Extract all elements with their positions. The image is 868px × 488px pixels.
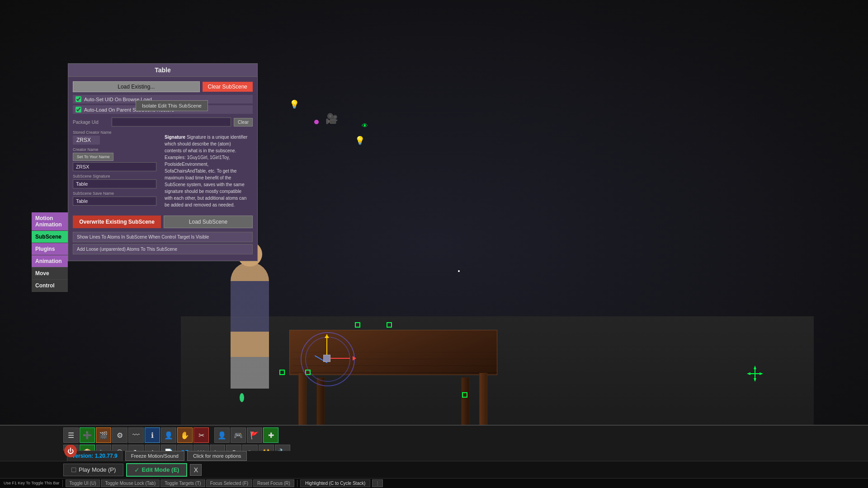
sidebar-item-animation[interactable]: Animation bbox=[32, 255, 68, 267]
eye-icon: 👁 bbox=[362, 122, 368, 129]
toolbar-icon-wave[interactable]: 〰 bbox=[128, 427, 144, 443]
clear-package-uid-button[interactable]: Clear bbox=[234, 118, 253, 127]
package-uid-input[interactable] bbox=[112, 117, 231, 127]
mode-close-button[interactable]: X bbox=[190, 464, 202, 476]
toolbar-icon-add[interactable]: ➕ bbox=[80, 427, 95, 443]
mode-bar: ☐ Play Mode (P) ✓ Edit Mode (E) X bbox=[0, 461, 868, 478]
sel-handle-bl bbox=[279, 370, 285, 375]
more-options-button[interactable]: Click for more options bbox=[187, 451, 247, 461]
sel-handle-right bbox=[462, 392, 467, 398]
toolbar-icon-flag[interactable]: 🚩 bbox=[247, 427, 262, 443]
package-uid-label: Package Uid bbox=[73, 120, 109, 125]
play-mode-check: ☐ bbox=[71, 466, 77, 474]
svg-marker-4 bbox=[754, 378, 756, 382]
load-existing-button[interactable]: Load Existing... bbox=[73, 81, 200, 92]
subscene-sig-input[interactable] bbox=[73, 179, 156, 188]
toggle-ui-button[interactable]: Toggle UI (U) bbox=[66, 479, 100, 487]
subscene-sig-label: SubScene Signature bbox=[73, 174, 156, 178]
sel-handle-tl bbox=[355, 322, 360, 328]
light-icon-1: 💡 bbox=[289, 99, 299, 109]
overwrite-subscene-button[interactable]: Overwrite Existing SubScene bbox=[73, 216, 161, 228]
purple-dot bbox=[314, 120, 319, 124]
svg-marker-2 bbox=[754, 366, 756, 369]
subscene-save-label: SubScene Save Name bbox=[73, 191, 156, 196]
show-lines-button[interactable]: Show Lines To Atoms In SubScene When Con… bbox=[73, 232, 253, 242]
compass-icon bbox=[746, 365, 764, 384]
creator-name-input[interactable] bbox=[73, 162, 156, 171]
toolbar-icon-plus[interactable]: ✚ bbox=[263, 427, 278, 443]
toolbar-icon-controller[interactable]: 🎮 bbox=[231, 427, 246, 443]
svg-marker-5 bbox=[747, 372, 750, 375]
sel-handle-tr bbox=[387, 322, 392, 328]
toolbar-icon-scissors[interactable]: ✂ bbox=[193, 427, 209, 443]
camera-icon: 🎥 bbox=[326, 113, 338, 125]
status-bar: Use F1 Key To Toggle This Bar Toggle UI … bbox=[0, 478, 868, 488]
creator-name-label: Creator Name bbox=[73, 147, 156, 152]
isolate-edit-button[interactable]: Isolate Edit This SubScene bbox=[136, 100, 208, 111]
signature-info-panel: Signature Signature is a unique identifi… bbox=[161, 130, 253, 212]
status-divider-2 bbox=[297, 480, 297, 487]
auto-load-checkbox[interactable] bbox=[75, 107, 81, 113]
load-subscene-button[interactable]: Load SubScene bbox=[164, 216, 253, 228]
version-bar: Version: 1.20.77.9 Freeze Motion/Sound C… bbox=[63, 451, 868, 461]
set-to-your-name-button[interactable]: Set To Your Name bbox=[73, 153, 113, 161]
toggle-mouse-button[interactable]: Toggle Mouse Lock (Tab) bbox=[101, 479, 160, 487]
light-icon-2: 💡 bbox=[355, 136, 365, 145]
sidebar-item-plugins[interactable]: Plugins bbox=[32, 243, 68, 255]
toolbar-icon-hand[interactable]: ✋ bbox=[177, 427, 193, 443]
add-loose-button[interactable]: Add Loose (unparented) Atoms To This Sub… bbox=[73, 244, 253, 254]
panel-title: Table bbox=[68, 64, 257, 77]
edit-mode-button[interactable]: ✓ Edit Mode (E) bbox=[126, 463, 187, 477]
cycle-stack-button[interactable]: ⋮ bbox=[372, 479, 383, 487]
play-mode-label: Play Mode (P) bbox=[79, 466, 116, 473]
toolbar-icon-settings[interactable]: ⚙ bbox=[112, 427, 127, 443]
toolbar-row-1: ☰ ➕ 🎬 ⚙ 〰 ℹ 👤 ✋ ✂ 👤 🎮 🚩 ✚ bbox=[0, 426, 868, 444]
toolbar-icon-info[interactable]: ℹ bbox=[145, 427, 160, 443]
clear-subscene-button[interactable]: Clear SubScene bbox=[203, 82, 253, 92]
transform-gizmo[interactable] bbox=[298, 330, 357, 389]
edit-mode-check: ✓ bbox=[134, 466, 140, 474]
toolbar-icon-person2[interactable]: 👤 bbox=[214, 427, 230, 443]
toolbar-icon-person[interactable]: 👤 bbox=[161, 427, 176, 443]
power-button[interactable]: ⏻ bbox=[64, 445, 77, 457]
edit-mode-label: Edit Mode (E) bbox=[142, 466, 179, 473]
signature-bold: Signature bbox=[165, 135, 185, 140]
sidebar-item-control[interactable]: Control bbox=[32, 280, 68, 292]
reset-focus-button[interactable]: Reset Focus (R) bbox=[253, 479, 294, 487]
highlighted-label: Highlighted (C to Cycle Stack) bbox=[300, 479, 370, 487]
toolbar-icon-scene[interactable]: 🎬 bbox=[96, 427, 111, 443]
left-panel: Motion Animation SubScene Plugins Animat… bbox=[32, 212, 68, 292]
help-text: Use F1 Key To Toggle This Bar bbox=[4, 481, 60, 486]
toolbar-icon-menu[interactable]: ☰ bbox=[63, 427, 79, 443]
svg-marker-3 bbox=[760, 372, 763, 375]
stored-creator-label: Stored Creator Name bbox=[73, 130, 156, 135]
cursor bbox=[458, 270, 460, 272]
sidebar-item-move[interactable]: Move bbox=[32, 267, 68, 280]
toggle-targets-button[interactable]: Toggle Targets (T) bbox=[160, 479, 205, 487]
focus-selected-button[interactable]: Focus Selected (F) bbox=[206, 479, 252, 487]
stored-creator-value: ZRSX bbox=[73, 136, 100, 145]
signature-info-text: Signature is a unique identifier which s… bbox=[165, 135, 247, 207]
sidebar-item-motion-animation[interactable]: Motion Animation bbox=[32, 212, 68, 231]
play-mode-button[interactable]: ☐ Play Mode (P) bbox=[63, 464, 123, 476]
subscene-save-input[interactable] bbox=[73, 197, 156, 206]
status-divider-1 bbox=[62, 480, 63, 487]
auto-set-uid-checkbox[interactable] bbox=[75, 96, 81, 102]
sidebar-item-subscene[interactable]: SubScene bbox=[32, 231, 68, 243]
freeze-motion-button[interactable]: Freeze Motion/Sound bbox=[125, 451, 184, 461]
